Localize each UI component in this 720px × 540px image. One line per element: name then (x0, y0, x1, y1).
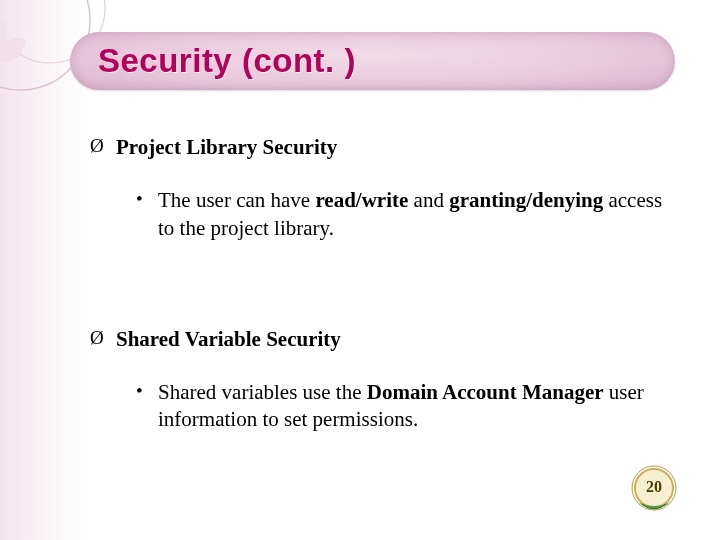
section-1-body: The user can have read/write and grantin… (158, 187, 670, 242)
title-bar: Security (cont. ) (70, 32, 675, 90)
svg-point-2 (0, 35, 10, 55)
text-run: Shared variables use the (158, 380, 367, 404)
side-gradient-band (0, 0, 90, 540)
section-heading-2: Shared Variable Security (116, 326, 341, 353)
page-number-badge: 20 (628, 464, 680, 516)
svg-point-5 (0, 42, 3, 66)
arrow-bullet-icon: Ø (90, 134, 116, 161)
dot-bullet-icon: • (136, 379, 158, 434)
section-2-body: Shared variables use the Domain Account … (158, 379, 670, 434)
svg-point-4 (0, 42, 25, 66)
bullet-level1: Ø Project Library Security (90, 134, 670, 161)
bullet-level2: • The user can have read/write and grant… (136, 187, 670, 242)
dot-bullet-icon: • (136, 187, 158, 242)
slide-title: Security (cont. ) (98, 42, 356, 80)
text-bold: granting/denying (449, 188, 603, 212)
text-run: and (408, 188, 449, 212)
svg-point-3 (0, 19, 7, 43)
bullet-level2: • Shared variables use the Domain Accoun… (136, 379, 670, 434)
section-heading-1: Project Library Security (116, 134, 337, 161)
bullet-level1: Ø Shared Variable Security (90, 326, 670, 353)
page-number: 20 (628, 464, 680, 516)
text-run: The user can have (158, 188, 315, 212)
svg-point-7 (1, 34, 29, 58)
slide-body: Ø Project Library Security • The user ca… (90, 120, 670, 464)
text-bold: read/write (315, 188, 408, 212)
text-bold: Domain Account Manager (367, 380, 604, 404)
arrow-bullet-icon: Ø (90, 326, 116, 353)
